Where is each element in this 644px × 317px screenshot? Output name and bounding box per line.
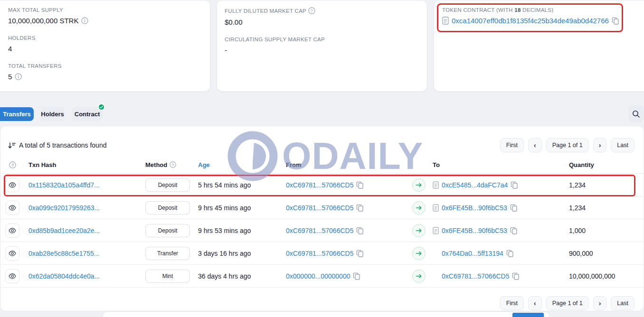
column-age-sort-link[interactable]: Age bbox=[198, 161, 286, 168]
view-transaction-eye-button[interactable] bbox=[5, 269, 19, 283]
to-address-link[interactable]: 0x764Da0...5ff13194 bbox=[442, 250, 503, 257]
copy-address-button[interactable] bbox=[612, 17, 619, 25]
pagination-last-button[interactable]: Last bbox=[611, 138, 635, 152]
txn-hash-link[interactable]: 0xd85b9ad1cee20a2e... bbox=[28, 227, 100, 234]
search-button[interactable] bbox=[628, 105, 644, 122]
from-address-link[interactable]: 0xC69781...57066CD5 bbox=[286, 204, 353, 212]
txn-hash-link[interactable]: 0xa099c92017959263... bbox=[28, 204, 100, 212]
sort-descending-icon bbox=[8, 142, 16, 149]
column-to: To bbox=[433, 161, 569, 168]
token-contract-label: TOKEN CONTRACT (WITH 18 DECIMALS) bbox=[442, 7, 553, 13]
transfers-panel: A total of 5 transactions found First ‹ … bbox=[0, 126, 644, 311]
method-button[interactable]: Deposit bbox=[145, 201, 190, 214]
pagination-last-button[interactable]: Last bbox=[611, 296, 635, 310]
holders-label: HOLDERS bbox=[8, 35, 202, 41]
from-address-link[interactable]: 0x000000...00000000 bbox=[286, 272, 350, 280]
from-address-link[interactable]: 0xC69781...57066CD5 bbox=[286, 227, 353, 234]
info-icon[interactable] bbox=[15, 73, 22, 80]
method-question-icon[interactable]: ? bbox=[170, 161, 176, 168]
copy-from-address-button[interactable] bbox=[356, 250, 364, 257]
quantity-value: 900,000 bbox=[569, 250, 644, 257]
from-address-link[interactable]: 0xC69781...57066CD5 bbox=[286, 181, 353, 189]
pagination-next-button[interactable]: › bbox=[593, 296, 607, 310]
view-transaction-eye-button[interactable] bbox=[5, 224, 19, 238]
transfer-arrow-icon bbox=[412, 201, 426, 214]
column-from: From bbox=[286, 161, 405, 168]
to-address-link[interactable]: 0x6FE45B...90f6bC53 bbox=[442, 227, 507, 234]
txn-hash-link[interactable]: 0x1158320a105a4ffd7... bbox=[28, 181, 100, 189]
method-button[interactable]: Transfer bbox=[145, 247, 190, 260]
copy-from-address-button[interactable] bbox=[356, 204, 364, 212]
txn-hash-link[interactable]: 0x62da05804ddc4e0a... bbox=[28, 272, 100, 280]
circulating-cap-value: - bbox=[225, 46, 419, 54]
svg-text:?: ? bbox=[11, 162, 13, 167]
holders-value: 4 bbox=[8, 45, 202, 53]
contract-doc-icon bbox=[433, 204, 439, 212]
max-total-supply-stat: MAX TOTAL SUPPLY 10,000,000,000 STRK bbox=[8, 7, 202, 25]
copy-to-address-button[interactable] bbox=[511, 181, 518, 189]
txn-hash-link[interactable]: 0xab28e5c88c5e1755... bbox=[28, 250, 99, 257]
copy-from-address-button[interactable] bbox=[353, 272, 360, 280]
table-row: 0x62da05804ddc4e0a... Mint 36 days 4 hrs… bbox=[0, 265, 644, 288]
quantity-value: 1,234 bbox=[569, 181, 644, 189]
bottom-card-button[interactable] bbox=[512, 313, 544, 317]
pagination-first-button[interactable]: First bbox=[500, 296, 524, 310]
age-value: 5 hrs 54 mins ago bbox=[198, 181, 286, 189]
max-total-supply-value: 10,000,000,000 STRK bbox=[8, 17, 78, 25]
eye-icon bbox=[9, 273, 16, 279]
view-transaction-eye-button[interactable] bbox=[5, 246, 19, 261]
market-cap-card: FULLY DILUTED MARKET CAP ? $0.00 CIRCULA… bbox=[217, 0, 427, 92]
table-row: 0xa099c92017959263... Deposit 9 hrs 45 m… bbox=[0, 196, 644, 219]
copy-from-address-button[interactable] bbox=[356, 227, 364, 234]
pagination-top: First ‹ Page 1 of 1 › Last bbox=[500, 138, 635, 152]
age-value: 3 days 16 hrs ago bbox=[198, 250, 286, 257]
transactions-total-text: A total of 5 transactions found bbox=[19, 141, 106, 149]
column-txn-hash: Txn Hash bbox=[24, 161, 145, 168]
age-value: 36 days 4 hrs ago bbox=[198, 272, 286, 280]
contract-doc-icon bbox=[442, 17, 449, 25]
to-address-link[interactable]: 0xcE5485...4daFC7a4 bbox=[442, 181, 508, 189]
view-transaction-eye-button[interactable] bbox=[5, 178, 19, 192]
fully-diluted-stat: FULLY DILUTED MARKET CAP ? $0.00 bbox=[225, 7, 419, 26]
age-value: 9 hrs 53 mins ago bbox=[198, 227, 286, 234]
token-contract-stat: TOKEN CONTRACT (WITH 18 DECIMALS) 0xca14… bbox=[442, 7, 642, 25]
table-row: 0xab28e5c88c5e1755... Transfer 3 days 16… bbox=[0, 242, 644, 265]
circulating-cap-stat: CIRCULATING SUPPLY MARKET CAP - bbox=[225, 37, 419, 54]
max-total-supply-label: MAX TOTAL SUPPLY bbox=[8, 7, 202, 13]
pagination-bottom: First ‹ Page 1 of 1 › Last bbox=[500, 296, 635, 310]
quantity-value: 1,000 bbox=[569, 227, 644, 234]
copy-to-address-button[interactable] bbox=[510, 227, 518, 234]
copy-to-address-button[interactable] bbox=[506, 250, 514, 257]
pagination-prev-button[interactable]: ‹ bbox=[528, 296, 542, 310]
token-contract-address-link[interactable]: 0xca14007eff0db1f8135f4c25b34de49ab0d427… bbox=[452, 17, 609, 25]
tab-holders[interactable]: Holders bbox=[40, 107, 65, 121]
tab-contract[interactable]: Contract bbox=[72, 107, 103, 121]
method-button[interactable]: Deposit bbox=[145, 224, 190, 237]
to-address-link[interactable]: 0xC69781...57066CD5 bbox=[442, 272, 509, 280]
info-icon[interactable] bbox=[81, 17, 88, 24]
method-button[interactable]: Deposit bbox=[145, 178, 190, 192]
from-address-link[interactable]: 0xC69781...57066CD5 bbox=[286, 250, 353, 257]
pagination-next-button[interactable]: › bbox=[593, 138, 607, 152]
question-icon[interactable]: ? bbox=[308, 7, 315, 14]
copy-to-address-button[interactable] bbox=[510, 204, 518, 212]
total-transfers-label: TOTAL TRANSFERS bbox=[8, 63, 202, 69]
tab-transfers-label: Transfers bbox=[3, 111, 31, 118]
copy-from-address-button[interactable] bbox=[356, 181, 364, 189]
pagination-prev-button[interactable]: ‹ bbox=[528, 138, 542, 152]
tab-transfers[interactable]: Transfers bbox=[0, 107, 34, 121]
view-transaction-eye-button[interactable] bbox=[5, 201, 19, 215]
fully-diluted-value: $0.00 bbox=[225, 18, 419, 26]
pagination-first-button[interactable]: First bbox=[500, 138, 524, 152]
total-transfers-stat: TOTAL TRANSFERS 5 bbox=[8, 63, 202, 81]
header-question-icon[interactable]: ? bbox=[9, 161, 16, 168]
search-icon bbox=[632, 110, 640, 118]
age-value: 9 hrs 45 mins ago bbox=[198, 204, 286, 212]
quantity-value: 1,234 bbox=[569, 204, 644, 212]
copy-to-address-button[interactable] bbox=[512, 272, 520, 280]
column-method: Method bbox=[145, 161, 167, 168]
to-address-link[interactable]: 0x6FE45B...90f6bC53 bbox=[442, 204, 507, 212]
method-button[interactable]: Mint bbox=[145, 270, 190, 283]
holders-stat: HOLDERS 4 bbox=[8, 35, 202, 53]
table-row: 0x1158320a105a4ffd7... Deposit 5 hrs 54 … bbox=[0, 174, 644, 196]
